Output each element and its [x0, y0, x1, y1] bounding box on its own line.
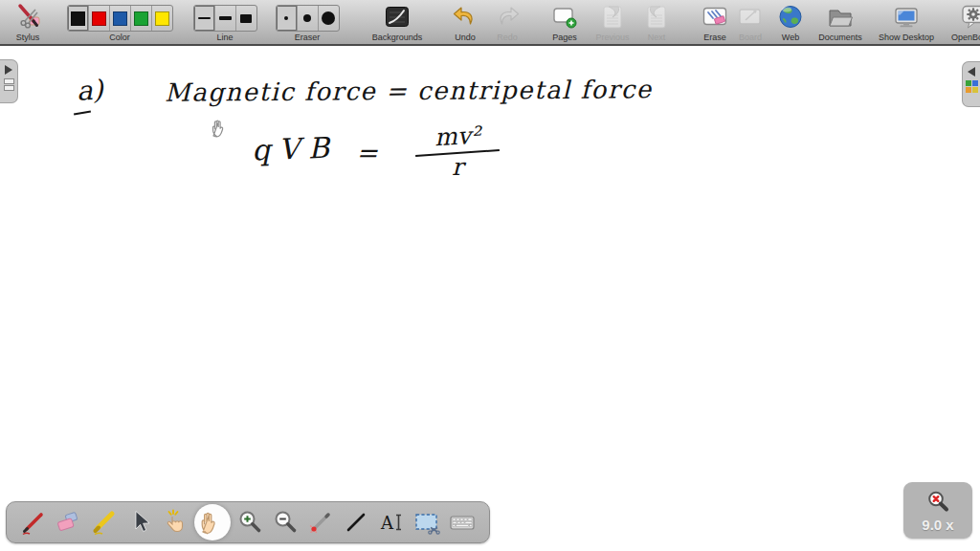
backgrounds-button[interactable]: Backgrounds: [368, 3, 427, 42]
pages-label: Pages: [552, 33, 577, 42]
backgrounds-icon: [383, 3, 412, 32]
magnifier-reset-icon: [924, 489, 951, 516]
backgrounds-label: Backgrounds: [372, 33, 423, 42]
svg-text:A: A: [380, 513, 394, 533]
line-tool-button[interactable]: [340, 506, 372, 539]
add-page-icon: [550, 3, 579, 32]
pages-panel-flap[interactable]: [0, 59, 18, 103]
highlighter-icon: [90, 508, 119, 537]
web-label: Web: [782, 33, 799, 42]
laser-pointer-icon: [306, 508, 335, 537]
magnifier-minus-icon: [271, 508, 300, 537]
web-button[interactable]: Web: [775, 3, 806, 42]
eraser-size-picker: Eraser: [274, 3, 341, 42]
globe-icon: [776, 3, 805, 32]
previous-page-button: Previous: [591, 3, 634, 42]
text-tool-button[interactable]: A: [375, 506, 408, 539]
color-swatch-panel: [67, 5, 173, 32]
zoom-in-tool-button[interactable]: [234, 506, 266, 539]
page-thumbnails-icon: [4, 78, 14, 91]
zoom-level-badge[interactable]: 9.0 x: [903, 482, 972, 539]
undo-icon: [452, 3, 479, 32]
stylus-button[interactable]: Stylus: [8, 3, 48, 42]
stylus-icon: [13, 3, 42, 32]
pen-tool-button[interactable]: [17, 506, 50, 539]
pages-button[interactable]: Pages: [547, 3, 582, 42]
next-page-button: Next: [641, 3, 672, 42]
documents-label: Documents: [818, 33, 862, 42]
open-hand-cursor: [210, 116, 231, 139]
color-swatch-green[interactable]: [130, 6, 151, 31]
openboard-label: OpenBoard: [951, 33, 980, 42]
openboard-menu-button[interactable]: OpenBoard: [946, 3, 980, 42]
library-panel-flap[interactable]: [962, 61, 980, 107]
desktop-icon: [892, 3, 921, 32]
openboard-screen: Stylus Color Line: [0, 0, 980, 551]
top-toolbar: Stylus Color Line: [0, 0, 980, 46]
documents-button[interactable]: Documents: [813, 3, 867, 42]
capture-area-icon: [412, 508, 441, 537]
redo-button: Redo: [490, 3, 524, 42]
fraction-numerator: mv²: [412, 122, 501, 152]
open-hand-icon: [198, 508, 227, 537]
eraser-size-large[interactable]: [318, 6, 339, 31]
line-label: Line: [216, 33, 233, 42]
expand-right-icon: [5, 65, 12, 75]
handwriting-eq-equals: =: [356, 138, 378, 167]
selector-tool-button[interactable]: [123, 506, 156, 539]
highlighter-tool-button[interactable]: [88, 506, 121, 539]
pointing-hand-icon: [161, 508, 189, 537]
gear-bubble-icon: [959, 3, 980, 32]
color-swatch-red[interactable]: [88, 6, 109, 31]
eraser-size-panel: [276, 5, 340, 32]
handwriting-line1: Magnetic force = centripetal force: [165, 75, 653, 107]
undo-button[interactable]: Undo: [448, 3, 482, 42]
arrow-cursor-icon: [125, 508, 154, 537]
board-mode-icon: [736, 3, 765, 32]
line-width-medium[interactable]: [214, 6, 235, 31]
next-page-icon: [643, 3, 670, 32]
laser-pointer-tool-button[interactable]: [304, 506, 337, 539]
show-desktop-button[interactable]: Show Desktop: [875, 3, 938, 42]
bottom-toolbar: A: [6, 501, 490, 543]
library-icon: [966, 80, 978, 93]
color-label: Color: [109, 33, 130, 42]
zoom-out-tool-button[interactable]: [269, 506, 301, 539]
color-swatch-yellow[interactable]: [151, 6, 172, 31]
folder-icon: [826, 3, 855, 32]
erase-board-button[interactable]: Erase: [697, 3, 733, 42]
interact-tool-button[interactable]: [159, 506, 191, 539]
line-width-thin[interactable]: [194, 6, 214, 31]
previous-label: Previous: [595, 33, 629, 42]
line-width-picker: Line: [191, 3, 258, 42]
stylus-label: Stylus: [16, 33, 40, 42]
keyboard-icon: [448, 508, 477, 537]
hand-tool-button[interactable]: [194, 504, 231, 540]
board-mode-button: Board: [733, 3, 768, 42]
erase-board-icon: [701, 3, 729, 32]
handwriting-fraction: mv² r: [413, 124, 501, 180]
virtual-keyboard-tool-button[interactable]: [446, 506, 479, 539]
redo-icon: [494, 3, 521, 32]
color-picker: Color: [63, 3, 176, 42]
handwriting-prefix: a): [76, 74, 103, 106]
text-tool-icon: A: [377, 508, 406, 537]
redo-label: Redo: [497, 33, 518, 42]
previous-page-icon: [599, 3, 626, 32]
eraser-icon: [55, 508, 83, 537]
capture-tool-button[interactable]: [411, 506, 443, 539]
expand-left-icon: [968, 67, 975, 77]
color-swatch-black[interactable]: [68, 6, 88, 31]
line-icon: [342, 508, 370, 537]
eraser-size-medium[interactable]: [297, 6, 318, 31]
eraser-size-small[interactable]: [277, 6, 297, 31]
magnifier-plus-icon: [235, 508, 264, 537]
handwriting-eq-lhs: qVB: [251, 130, 338, 166]
line-width-thick[interactable]: [235, 6, 256, 31]
eraser-tool-button[interactable]: [53, 506, 85, 539]
undo-label: Undo: [455, 33, 476, 42]
color-swatch-blue[interactable]: [109, 6, 130, 31]
eraser-label: Eraser: [295, 33, 321, 42]
next-label: Next: [648, 33, 666, 42]
erase-label: Erase: [703, 33, 726, 42]
